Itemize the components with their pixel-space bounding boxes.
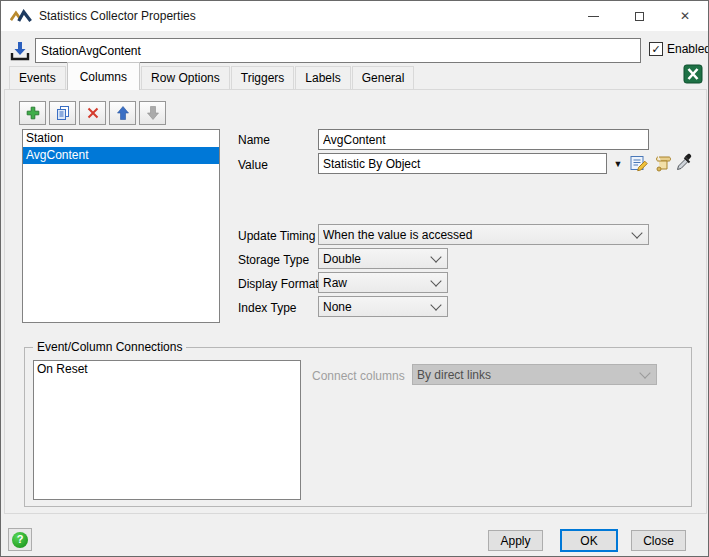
apply-button[interactable]: Apply <box>488 530 543 551</box>
checkmark-icon: ✓ <box>651 44 660 55</box>
move-down-button[interactable] <box>139 101 166 125</box>
tab-labels[interactable]: Labels <box>295 66 350 89</box>
event-list-item-on-reset[interactable]: On Reset <box>34 361 300 378</box>
event-column-connections-group: Event/Column Connections On Reset Connec… <box>24 347 692 507</box>
tab-general[interactable]: General <box>352 66 415 89</box>
tab-strip: Events Columns Row Options Triggers Labe… <box>4 61 707 89</box>
ok-button[interactable]: OK <box>560 529 618 552</box>
tab-label: Labels <box>305 71 340 85</box>
tab-columns[interactable]: Columns <box>67 62 140 90</box>
connect-columns-combo[interactable]: By direct links <box>412 364 657 385</box>
chevron-down-icon <box>430 275 441 286</box>
copy-icon <box>55 105 71 121</box>
minimize-button[interactable] <box>570 1 616 31</box>
column-list: Station AvgContent <box>22 129 220 323</box>
chevron-down-icon <box>430 251 441 262</box>
tab-label: Row Options <box>151 71 220 85</box>
event-connections-list: On Reset <box>33 360 301 500</box>
delete-x-icon <box>85 105 101 121</box>
tab-label: Triggers <box>241 71 285 85</box>
code-script-icon[interactable] <box>653 153 673 173</box>
delete-column-button[interactable] <box>79 101 106 125</box>
chevron-down-icon <box>639 367 650 378</box>
copy-column-button[interactable] <box>49 101 76 125</box>
maximize-button[interactable] <box>616 1 662 31</box>
display-format-combo[interactable]: Raw <box>318 272 448 293</box>
tab-label: Events <box>19 71 56 85</box>
object-rank-icon[interactable] <box>9 40 31 62</box>
plus-icon <box>25 105 41 121</box>
update-timing-label: Update Timing <box>238 229 315 243</box>
statistics-collector-properties-dialog: Statistics Collector Properties ✕ ✓ Enab… <box>0 0 709 557</box>
move-up-button[interactable] <box>109 101 136 125</box>
close-icon: ✕ <box>680 9 690 23</box>
collector-name-input[interactable] <box>35 38 641 63</box>
dropdown-triangle-icon: ▼ <box>614 159 623 169</box>
connect-columns-label: Connect columns <box>312 369 405 383</box>
window-controls: ✕ <box>570 1 708 31</box>
column-list-item-avgcontent[interactable]: AvgContent <box>23 147 219 164</box>
display-format-label: Display Format <box>238 277 319 291</box>
edit-properties-icon[interactable] <box>629 153 649 173</box>
enabled-checkbox[interactable]: ✓ <box>649 42 663 56</box>
index-type-value: None <box>323 300 426 314</box>
chevron-down-icon <box>430 299 441 310</box>
group-title: Event/Column Connections <box>33 340 186 354</box>
flexsim-logo-icon <box>10 9 32 24</box>
storage-type-value: Double <box>323 252 426 266</box>
tab-row-options[interactable]: Row Options <box>141 66 230 89</box>
value-input[interactable] <box>318 153 607 174</box>
enabled-label: Enabled <box>667 42 709 56</box>
enabled-control: ✓ Enabled <box>649 42 709 56</box>
update-timing-value: When the value is accessed <box>323 228 627 242</box>
update-timing-combo[interactable]: When the value is accessed <box>318 224 649 245</box>
index-type-combo[interactable]: None <box>318 296 448 317</box>
chevron-down-icon <box>631 227 642 238</box>
title-bar: Statistics Collector Properties ✕ <box>1 1 708 31</box>
column-list-item-station[interactable]: Station <box>23 130 219 147</box>
name-label: Name <box>238 133 270 147</box>
add-column-button[interactable] <box>19 101 46 125</box>
maximize-icon <box>635 12 644 21</box>
close-button[interactable]: ✕ <box>662 1 708 31</box>
window-title: Statistics Collector Properties <box>39 9 196 23</box>
tab-events[interactable]: Events <box>9 66 66 89</box>
display-format-value: Raw <box>323 276 426 290</box>
arrow-up-icon <box>115 105 131 121</box>
help-question-icon: ? <box>12 532 28 548</box>
arrow-down-icon <box>145 105 161 121</box>
column-name-input[interactable] <box>318 129 649 150</box>
tab-label: General <box>362 71 405 85</box>
value-label: Value <box>238 158 268 172</box>
tab-triggers[interactable]: Triggers <box>231 66 295 89</box>
storage-type-label: Storage Type <box>238 253 309 267</box>
minimize-icon <box>588 16 599 17</box>
storage-type-combo[interactable]: Double <box>318 248 448 269</box>
connect-columns-value: By direct links <box>417 368 635 382</box>
index-type-label: Index Type <box>238 301 297 315</box>
help-button[interactable]: ? <box>8 528 32 551</box>
sampler-eyedropper-icon[interactable] <box>675 152 695 172</box>
columns-tab-page: Station AvgContent Name Value ▼ Update T… <box>4 89 707 514</box>
column-list-toolbar <box>19 101 169 125</box>
tab-label: Columns <box>80 70 127 84</box>
value-dropdown-button[interactable]: ▼ <box>611 158 625 170</box>
close-dialog-button[interactable]: Close <box>631 530 686 551</box>
